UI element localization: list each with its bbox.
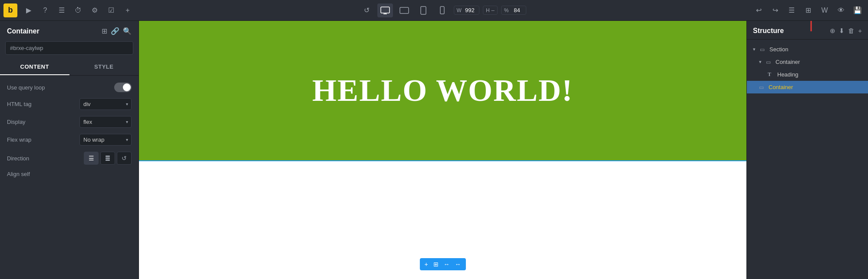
zoom-dimension: % 84: [501, 6, 527, 15]
structure-copy-icon[interactable]: ⊕: [830, 27, 835, 35]
panel-icon-layout[interactable]: ⊞: [102, 27, 107, 35]
section-icon: ▭: [760, 46, 767, 53]
id-input-row: [0, 40, 139, 59]
svg-rect-4: [421, 7, 426, 14]
tab-content[interactable]: CONTENT: [0, 59, 69, 75]
form-section: Use query loop HTML tag div ▾: [0, 77, 139, 189]
device-tablet-btn[interactable]: [416, 3, 431, 17]
collapse-container1-icon[interactable]: ▾: [759, 59, 762, 65]
menu-btn[interactable]: ☰: [785, 3, 799, 17]
structure-export-icon[interactable]: ⬇: [839, 27, 845, 35]
save-btn[interactable]: 💾: [851, 3, 865, 17]
panel-icon-search[interactable]: 🔍: [123, 27, 132, 35]
cursor-tool-btn[interactable]: ▶: [22, 3, 36, 17]
structure-item-heading[interactable]: T Heading: [747, 68, 868, 81]
device-landscape-btn[interactable]: [396, 3, 412, 17]
preview-btn[interactable]: 👁: [834, 3, 848, 17]
logo[interactable]: b: [3, 3, 17, 17]
flex-wrap-select[interactable]: No wrap: [79, 134, 132, 146]
heading-label: Heading: [777, 71, 798, 78]
main-content: Container ⊞ 🔗 🔍 CONTENT STYLE Use query …: [0, 21, 868, 279]
container2-icon: ▭: [759, 84, 766, 90]
right-panel: Structure ⊕ ⬇ 🗑 +: [746, 21, 868, 279]
display-select-wrapper: flex ▾: [79, 116, 132, 128]
canvas-resize-h-icon[interactable]: ↔: [442, 260, 451, 269]
hello-world-text: HELLO WORLD!: [312, 73, 573, 109]
svg-rect-0: [381, 7, 389, 13]
help-btn[interactable]: ?: [38, 3, 52, 17]
use-query-loop-label: Use query loop: [7, 84, 55, 91]
history-btn[interactable]: ⏱: [71, 3, 85, 17]
right-panel-header: Structure ⊕ ⬇ 🗑 +: [747, 21, 868, 40]
device-desktop-btn[interactable]: [377, 3, 393, 17]
wordpress-btn[interactable]: W: [818, 3, 832, 17]
svg-rect-6: [106, 156, 110, 157]
container1-icon: ▭: [766, 59, 773, 65]
direction-row: Direction ☰ ↺: [7, 152, 132, 165]
container2-label: Container: [769, 84, 793, 90]
panel-header: Container ⊞ 🔗 🔍: [0, 21, 139, 40]
structure-list: ▾ ▭ Section ▾ ▭ Container T Heading ▭ Co…: [747, 40, 868, 279]
flex-wrap-label: Flex wrap: [7, 136, 55, 143]
red-arrow-icon: [800, 21, 822, 33]
heading-icon: T: [768, 71, 775, 78]
direction-column-btn[interactable]: [100, 152, 115, 165]
tab-row: CONTENT STYLE: [0, 59, 139, 76]
svg-rect-3: [400, 7, 409, 13]
toggle-knob: [123, 83, 131, 91]
canvas-add-icon[interactable]: +: [423, 260, 429, 269]
tab-style[interactable]: STYLE: [69, 59, 139, 75]
add-element-btn[interactable]: +: [121, 3, 135, 17]
canvas-green-block: HELLO WORLD!: [139, 21, 746, 160]
panel-title: Container: [7, 27, 40, 35]
structure-item-container-1[interactable]: ▾ ▭ Container: [747, 56, 868, 68]
collapse-section-icon[interactable]: ▾: [753, 46, 756, 52]
structure-item-section[interactable]: ▾ ▭ Section: [747, 43, 868, 56]
svg-rect-8: [106, 159, 110, 161]
container1-label: Container: [776, 59, 800, 65]
top-toolbar: b ▶ ? ☰ ⏱ ⚙ ☑ + ↺ W 992 H – % 84: [0, 0, 868, 21]
left-panel: Container ⊞ 🔗 🔍 CONTENT STYLE Use query …: [0, 21, 139, 279]
device-mobile-btn[interactable]: [435, 3, 450, 17]
html-tag-select[interactable]: div: [79, 98, 132, 110]
section-label: Section: [769, 46, 788, 53]
layers-btn[interactable]: ⊞: [801, 3, 815, 17]
use-query-loop-row: Use query loop: [7, 83, 132, 92]
flex-wrap-select-wrapper: No wrap ▾: [79, 134, 132, 146]
flex-wrap-row: Flex wrap No wrap ▾: [7, 134, 132, 146]
direction-row-btn[interactable]: ☰: [84, 152, 99, 165]
refresh-btn[interactable]: ↺: [360, 3, 374, 17]
structure-item-container-2[interactable]: ▭ Container: [747, 81, 868, 93]
direction-reverse-btn[interactable]: ↺: [117, 152, 132, 165]
settings-btn[interactable]: ⚙: [88, 3, 102, 17]
structure-delete-icon[interactable]: 🗑: [848, 27, 855, 35]
canvas-grid-icon[interactable]: ⊞: [432, 260, 440, 269]
right-panel-icons: ⊕ ⬇ 🗑 +: [826, 27, 862, 35]
id-input[interactable]: [5, 41, 133, 55]
align-self-label: Align self: [7, 171, 55, 177]
undo-btn[interactable]: ↩: [752, 3, 766, 17]
width-dimension: W 992: [454, 6, 479, 15]
components-btn[interactable]: ☑: [104, 3, 118, 17]
structure-add-icon[interactable]: +: [858, 27, 862, 35]
html-tag-row: HTML tag div ▾: [7, 98, 132, 110]
templates-btn[interactable]: ☰: [55, 3, 69, 17]
toolbar-center: ↺ W 992 H – % 84: [137, 3, 749, 17]
direction-btns: ☰ ↺: [84, 152, 132, 165]
canvas-toolbar: + ⊞ ↔ ↔: [419, 258, 465, 270]
redo-btn[interactable]: ↪: [768, 3, 782, 17]
canvas-resize-icon[interactable]: ↔: [454, 260, 462, 269]
html-tag-select-wrapper: div ▾: [79, 98, 132, 110]
svg-rect-7: [106, 158, 110, 159]
canvas-area[interactable]: HELLO WORLD! + ⊞ ↔ ↔: [139, 21, 746, 279]
canvas-selection-line: [139, 160, 746, 161]
direction-label: Direction: [7, 155, 55, 162]
height-dimension: H –: [483, 6, 498, 15]
structure-title: Structure: [753, 27, 784, 35]
panel-icon-link[interactable]: 🔗: [111, 27, 119, 35]
use-query-loop-toggle[interactable]: [114, 83, 132, 92]
align-self-row: Align self: [7, 171, 132, 177]
toolbar-right: ↩ ↪ ☰ ⊞ W 👁 💾: [752, 3, 865, 17]
display-select[interactable]: flex: [79, 116, 132, 128]
canvas-white-block[interactable]: + ⊞ ↔ ↔: [139, 160, 746, 279]
